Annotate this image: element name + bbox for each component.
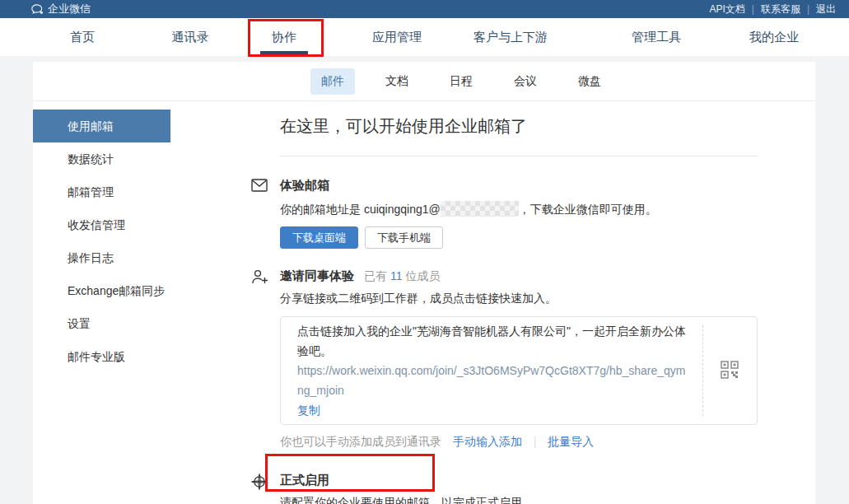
sidebar-item-send-receive-mgmt[interactable]: 收发信管理	[33, 208, 170, 241]
invite-title-row: 邀请同事体验 已有11位成员	[280, 268, 758, 284]
chat-bubble-icon	[31, 4, 44, 15]
sidebar-item-mail-pro[interactable]: 邮件专业版	[33, 340, 170, 373]
copy-link-button[interactable]: 复制	[297, 404, 320, 417]
share-invite-url: https://work.weixin.qq.com/join/_s3JtO6M…	[297, 361, 686, 400]
member-count-suffix: 位成员	[406, 269, 441, 282]
nav-tab-collaboration[interactable]: 协作	[272, 18, 296, 56]
batch-import-link[interactable]: 批量导入	[548, 435, 594, 448]
wecom-logo: 企业微信	[31, 2, 91, 16]
invite-section-title: 邀请同事体验	[280, 268, 354, 284]
sidebar-item-use-mailbox[interactable]: 使用邮箱	[33, 110, 170, 142]
download-mobile-button[interactable]: 下载手机端	[365, 226, 443, 249]
member-count-prefix: 已有	[364, 269, 387, 282]
mail-sidebar: 使用邮箱 数据统计 邮箱管理 收发信管理 操作日志 Exchange邮箱同步 设…	[33, 101, 170, 503]
qr-code-area[interactable]	[702, 317, 757, 424]
nav-tab-home[interactable]: 首页	[70, 18, 95, 56]
trial-section-title: 体验邮箱	[280, 178, 329, 194]
divider	[280, 156, 758, 156]
sidebar-item-operation-log[interactable]: 操作日志	[33, 241, 170, 274]
subtab-docs[interactable]: 文档	[375, 68, 419, 95]
share-invite-text: 点击链接加入我的企业"芜湖海音智能机器人有限公司"，一起开启全新办公体验吧。	[297, 321, 686, 361]
sidebar-item-settings[interactable]: 设置	[33, 307, 170, 340]
collaboration-subtabs: 邮件 文档 日程 会议 微盘	[33, 62, 815, 101]
api-docs-link[interactable]: API文档	[709, 2, 744, 16]
topbar: 企业微信 API文档 | 联系客服 | 退出	[0, 0, 849, 18]
member-count-text: 已有11位成员	[364, 269, 441, 284]
member-count-number: 11	[390, 269, 403, 282]
sidebar-item-mailbox-mgmt[interactable]: 邮箱管理	[33, 175, 170, 208]
email-address-prefix: 你的邮箱地址是 cuiqingqing1@	[280, 203, 441, 216]
topbar-separator: |	[752, 3, 754, 15]
qr-code-icon	[721, 361, 739, 381]
trial-title-row: 体验邮箱	[280, 178, 758, 194]
activation-section: 正式启用 请配置你的企业要使用的邮箱，以完成正式启用。 当前域名: 配置	[280, 473, 758, 504]
main-content: 在这里，可以开始使用企业邮箱了 体验邮箱 你的邮箱地址是 cuiqingqing…	[170, 101, 818, 503]
share-link-card: 点击链接加入我的企业"芜湖海音智能机器人有限公司"，一起开启全新办公体验吧。 h…	[280, 316, 758, 425]
nav-tab-my-company[interactable]: 我的企业	[749, 18, 799, 56]
logout-link[interactable]: 退出	[816, 2, 836, 16]
download-buttons: 下载桌面端 下载手机端	[280, 226, 758, 249]
logo-text: 企业微信	[48, 2, 91, 16]
nav-tab-apps[interactable]: 应用管理	[372, 18, 422, 56]
panel-body: 使用邮箱 数据统计 邮箱管理 收发信管理 操作日志 Exchange邮箱同步 设…	[33, 101, 815, 503]
nav-tab-customers[interactable]: 客户与上下游	[473, 18, 548, 56]
download-desktop-button[interactable]: 下载桌面端	[280, 226, 358, 249]
content-panel: 邮件 文档 日程 会议 微盘 使用邮箱 数据统计 邮箱管理 收发信管理 操作日志…	[33, 62, 815, 504]
invite-section: 邀请同事体验 已有11位成员 分享链接或二维码到工作群，成员点击链接快速加入。 …	[280, 268, 758, 450]
launch-compass-icon	[251, 474, 268, 492]
main-nav: 首页 通讯录 协作 应用管理 客户与上下游 管理工具 我的企业	[0, 18, 849, 56]
manual-add-hint: 你也可以手动添加成员到通讯录	[280, 435, 441, 448]
add-person-icon	[251, 269, 268, 287]
email-desc-suffix: ，下载企业微信即可使用。	[519, 203, 657, 216]
activation-section-title: 正式启用	[280, 473, 329, 488]
nav-tab-tools[interactable]: 管理工具	[632, 18, 681, 56]
sidebar-item-exchange-sync[interactable]: Exchange邮箱同步	[33, 274, 170, 307]
email-redaction-blur	[441, 201, 519, 217]
subtab-meeting[interactable]: 会议	[503, 68, 548, 95]
manual-add-row: 你也可以手动添加成员到通讯录 手动输入添加 | 批量导入	[280, 435, 758, 450]
activation-title-row: 正式启用	[280, 473, 758, 488]
share-link-content: 点击链接加入我的企业"芜湖海音智能机器人有限公司"，一起开启全新办公体验吧。 h…	[281, 317, 702, 424]
contact-support-link[interactable]: 联系客服	[761, 2, 800, 16]
manual-links-separator: |	[534, 435, 537, 448]
subtab-calendar[interactable]: 日程	[439, 68, 483, 95]
sidebar-item-statistics[interactable]: 数据统计	[33, 142, 170, 175]
trial-mailbox-section: 体验邮箱 你的邮箱地址是 cuiqingqing1@，下载企业微信即可使用。 下…	[280, 178, 758, 249]
activation-desc: 请配置你的企业要使用的邮箱，以完成正式启用。	[280, 496, 758, 504]
trial-mailbox-desc: 你的邮箱地址是 cuiqingqing1@，下载企业微信即可使用。	[280, 201, 758, 217]
nav-tab-contacts[interactable]: 通讯录	[172, 18, 209, 56]
invite-desc: 分享链接或二维码到工作群，成员点击链接快速加入。	[280, 292, 758, 306]
manual-input-add-link[interactable]: 手动输入添加	[453, 435, 522, 448]
subtab-drive[interactable]: 微盘	[567, 68, 612, 95]
page-title: 在这里，可以开始使用企业邮箱了	[280, 115, 758, 138]
topbar-links: API文档 | 联系客服 | 退出	[709, 2, 836, 16]
topbar-separator: |	[807, 3, 809, 15]
subtab-mail[interactable]: 邮件	[310, 68, 355, 95]
envelope-icon	[251, 179, 268, 194]
